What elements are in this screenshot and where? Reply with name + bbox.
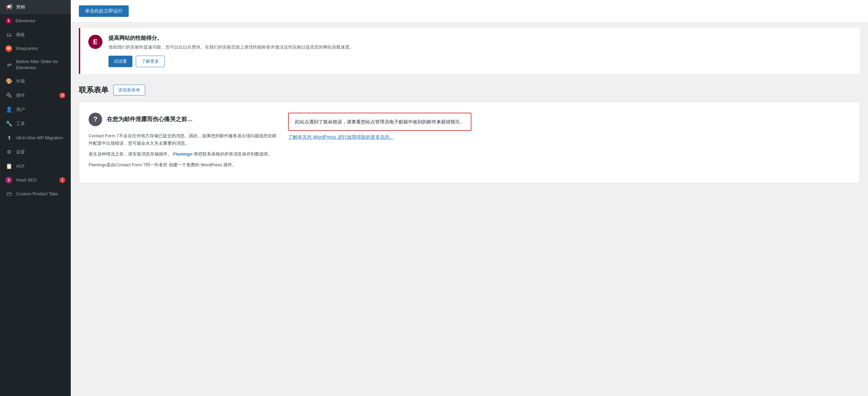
before-after-icon: ⇄ (5, 61, 13, 68)
cf-body-text4: Flamingo是由Contact Form 7同一作者所 创建一个免费的 Wo… (89, 161, 277, 169)
sidebar-item-plugins[interactable]: 🔌 插件 13 (0, 88, 71, 103)
sidebar-item-acf[interactable]: 📋 ACF (0, 159, 71, 173)
elementor-banner: E 提高网站的性能得分。 借助我们的实验性提速功能，您可以比以往更快。在我们的实… (79, 28, 860, 74)
yoast-icon: Y (5, 177, 12, 183)
cf-left-panel: ? 在您为邮件泄露而伤心痛哭之前… Contact Form 7不会在任何地方存… (89, 113, 277, 172)
elementor-logo-letter: E (93, 38, 97, 46)
sidebar-item-label: 外观 (16, 78, 65, 84)
tools-icon: 🔧 (5, 120, 13, 128)
sidebar-item-yoast[interactable]: Y Yoast SEO 1 (0, 173, 71, 187)
try-button[interactable]: 试试看 (108, 56, 132, 67)
sidebar-item-label: ShopLentor (16, 46, 65, 52)
sidebar-item-label: 模板 (16, 32, 65, 38)
plugins-icon: 🔌 (5, 92, 13, 99)
main-content: 单击此处立即运行 E 提高网站的性能得分。 借助我们的实验性提速功能，您可以比以… (71, 0, 868, 396)
users-icon: 👤 (5, 106, 13, 113)
flamingo-link[interactable]: Flamingo (173, 151, 193, 157)
sidebar-item-templates[interactable]: 🗂 模板 (0, 28, 71, 42)
sidebar-item-marketing[interactable]: 📢 营销 (0, 0, 71, 14)
top-action-bar: 单击此处立即运行 (71, 0, 868, 23)
question-icon: ? (89, 113, 102, 126)
cf-body-text2-pre: 发生这种情况之前，请安装消息存储插件。 (89, 151, 172, 157)
content-area: 单击此处立即运行 E 提高网站的性能得分。 借助我们的实验性提速功能，您可以比以… (71, 0, 868, 396)
custom-tabs-icon: 🗃 (5, 190, 13, 198)
sidebar-item-label: Elementor (16, 18, 65, 24)
marketing-icon: 📢 (5, 3, 13, 11)
acf-icon: 📋 (5, 163, 13, 170)
contact-form-section: 联系表单 添加新表单 ? 在您为邮件泄露而伤心痛哭之前… Contact For… (71, 79, 868, 189)
contact-form-title: 联系表单 (79, 85, 108, 95)
sidebar-item-shoplentor[interactable]: W ShopLentor (0, 42, 71, 55)
sidebar-item-label: 用户 (16, 107, 65, 113)
sidebar-item-label: Before After Slider for Elementor (16, 59, 65, 71)
cf-warning-title: 在您为邮件泄露而伤心痛哭之前… (107, 115, 193, 123)
sidebar-item-label: Yoast SEO (16, 177, 56, 183)
learn-more-button[interactable]: 了解更多 (136, 56, 165, 67)
error-learn-more-link[interactable]: 了解有关对 WordPress 进行故障排除的更多信息。 (288, 134, 471, 140)
sidebar-item-label: 插件 (16, 92, 56, 98)
elementor-logo: E (88, 35, 102, 49)
sidebar: 📢 营销 E Elementor 🗂 模板 W ShopLentor ⇄ Bef… (0, 0, 71, 396)
sidebar-item-appearance[interactable]: 🎨 外观 (0, 74, 71, 88)
cf-body-text1: Contact Form 7不会在任何地方存储已提交的消息。因此，如果您的邮件服… (89, 132, 277, 147)
error-alert: 此站点遇到了致命错误，请查看您站点管理员电子邮箱中收到的邮件来获得指引。 (288, 113, 471, 131)
shoplentor-icon: W (5, 45, 12, 52)
sidebar-item-label: 工具 (16, 121, 65, 127)
templates-icon: 🗂 (5, 31, 13, 38)
sidebar-item-allinone[interactable]: ⬆ All-in-One WP Migration (0, 131, 71, 145)
sidebar-item-elementor[interactable]: E Elementor (0, 14, 71, 28)
contact-form-header: 联系表单 添加新表单 (79, 85, 860, 95)
cf-error-box: 此站点遇到了致命错误，请查看您站点管理员电子邮箱中收到的邮件来获得指引。 了解有… (288, 113, 471, 140)
sidebar-item-label: ACF (16, 163, 65, 169)
sidebar-item-before-after[interactable]: ⇄ Before After Slider for Elementor (0, 55, 71, 74)
contact-form-card: ? 在您为邮件泄露而伤心痛哭之前… Contact Form 7不会在任何地方存… (79, 102, 860, 183)
sidebar-item-label: 营销 (16, 4, 65, 10)
cf-body-text2: 发生这种情况之前，请安装消息存储插件。 Flamingo 将把联系表格的所有消息… (89, 150, 277, 158)
settings-icon: ⚙ (5, 148, 13, 156)
appearance-icon: 🎨 (5, 78, 13, 85)
add-form-button[interactable]: 添加新表单 (113, 85, 145, 95)
elementor-icon: E (5, 18, 12, 24)
sidebar-item-settings[interactable]: ⚙ 设置 (0, 145, 71, 159)
allinone-icon: ⬆ (5, 134, 13, 142)
yoast-badge: 1 (59, 177, 65, 183)
cf-body-text3: 将把联系表格的所有消息保存到数据库。 (194, 151, 273, 157)
sidebar-item-label: 设置 (16, 149, 65, 155)
sidebar-item-tools[interactable]: 🔧 工具 (0, 117, 71, 131)
sidebar-item-users[interactable]: 👤 用户 (0, 103, 71, 117)
cf-icon-row: ? 在您为邮件泄露而伤心痛哭之前… (89, 113, 277, 126)
elementor-banner-actions: 试试看 了解更多 (108, 56, 852, 67)
elementor-banner-title: 提高网站的性能得分。 (108, 35, 852, 42)
elementor-banner-content: 提高网站的性能得分。 借助我们的实验性提速功能，您可以比以往更快。在我们的实验页… (108, 35, 852, 67)
sidebar-item-custom-tabs[interactable]: 🗃 Custom Product Tabs (0, 187, 71, 201)
elementor-banner-desc: 借助我们的实验性提速功能，您可以比以往更快。在我们的实验页面上查找性能标签并激活… (108, 44, 852, 51)
sidebar-item-label: All-in-One WP Migration (16, 135, 65, 141)
sidebar-item-label: Custom Product Tabs (16, 191, 65, 197)
run-button[interactable]: 单击此处立即运行 (79, 5, 129, 17)
plugins-badge: 13 (59, 92, 65, 98)
